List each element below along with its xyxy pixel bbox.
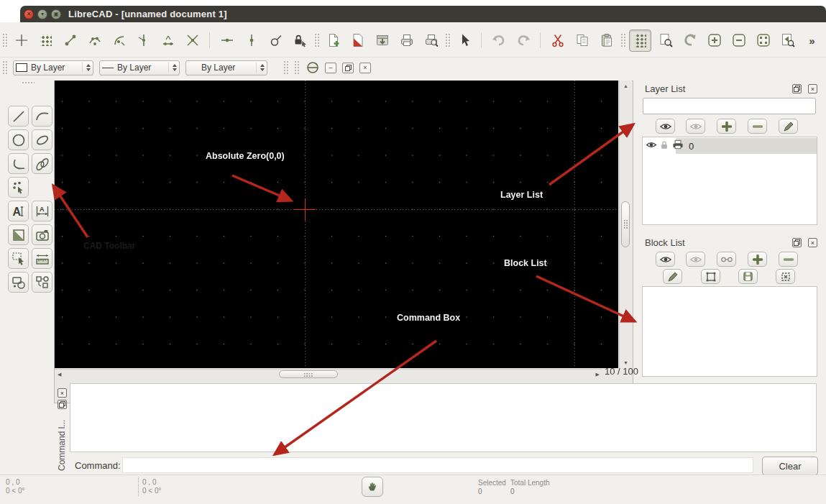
toolbar-drag-handle[interactable] [620, 33, 625, 47]
copy-icon[interactable] [572, 30, 592, 51]
text-tool-button[interactable]: A [8, 201, 29, 221]
vertical-scroll-thumb[interactable] [621, 201, 630, 247]
snap-distance-icon[interactable] [157, 30, 178, 51]
command-dock-close-icon[interactable]: × [58, 388, 67, 398]
redo-icon[interactable] [513, 30, 533, 51]
canvas-vertical-scrollbar[interactable]: ▲ ▼ [619, 81, 632, 368]
hatch-tool-button[interactable] [8, 224, 29, 245]
window-minimize-icon[interactable]: ▾ [37, 9, 47, 19]
remove-block-button[interactable] [779, 252, 798, 267]
add-block-button[interactable] [748, 252, 767, 267]
toolbar-drag-handle[interactable] [283, 60, 288, 75]
paste-icon[interactable] [596, 30, 617, 51]
spline-tool-button[interactable] [32, 153, 52, 174]
spinner-arrows-icon[interactable] [82, 63, 91, 73]
save-block-button[interactable] [738, 269, 758, 284]
snap-endpoint-icon[interactable] [60, 30, 81, 51]
zoom-auto-icon[interactable] [753, 30, 774, 51]
add-layer-button[interactable] [717, 119, 736, 134]
print-preview-icon[interactable] [421, 30, 441, 51]
show-all-blocks-button[interactable] [656, 252, 675, 267]
pen-color-combobox[interactable]: By Layer [13, 60, 93, 75]
grid-toggle-icon[interactable] [629, 29, 651, 52]
order-tool-button[interactable] [8, 272, 29, 293]
restrict-vertical-icon[interactable] [241, 30, 262, 51]
open-document-icon[interactable] [347, 30, 368, 51]
canvas-horizontal-scrollbar[interactable]: ◀ ▶ [55, 369, 602, 380]
hide-all-blocks-button[interactable] [686, 252, 705, 267]
edit-layer-attributes-button[interactable] [779, 119, 798, 134]
show-all-layers-button[interactable] [656, 119, 675, 134]
lock-relative-zero-icon[interactable] [290, 30, 311, 51]
insert-block-button[interactable] [701, 269, 720, 284]
zoom-window-icon[interactable] [655, 30, 676, 51]
layer-panel-float-icon[interactable] [792, 84, 802, 93]
scroll-right-icon[interactable]: ▶ [596, 372, 600, 377]
zoom-previous-icon[interactable] [777, 30, 798, 51]
zoom-out-icon[interactable] [728, 30, 749, 51]
create-block-button[interactable] [717, 252, 736, 267]
snap-grid-icon[interactable] [35, 30, 56, 51]
dimension-tool-button[interactable]: A [32, 201, 52, 221]
command-input[interactable] [122, 457, 753, 473]
horizontal-scroll-thumb[interactable] [279, 370, 338, 378]
layer-filter-input[interactable] [643, 98, 816, 114]
save-document-icon[interactable] [372, 30, 393, 51]
selection-pointer-icon[interactable] [454, 30, 474, 51]
toolbar-drag-handle[interactable] [445, 33, 450, 47]
snap-on-entity-icon[interactable] [84, 30, 105, 51]
toolbar-drag-handle[interactable] [2, 60, 7, 75]
select-tool-button[interactable] [8, 248, 29, 269]
pen-width-combobox[interactable]: By Layer [99, 60, 180, 75]
snap-intersection-icon[interactable] [182, 30, 203, 51]
drawing-canvas[interactable] [55, 81, 618, 368]
hide-all-layers-button[interactable] [686, 119, 705, 134]
scroll-down-icon[interactable]: ▼ [623, 360, 628, 365]
edit-block-attributes-button[interactable] [663, 269, 682, 284]
spinner-arrows-icon[interactable] [256, 63, 265, 73]
layer-panel-close-icon[interactable]: × [808, 84, 817, 93]
cut-icon[interactable] [547, 30, 568, 51]
window-close-icon[interactable]: ✕ [24, 9, 34, 19]
toolbar-drag-handle[interactable] [294, 60, 299, 75]
mdi-restore-icon[interactable] [342, 63, 354, 73]
window-maximize-icon[interactable]: ▣ [51, 9, 61, 19]
scroll-left-icon[interactable]: ◀ [58, 372, 61, 377]
scroll-up-icon[interactable]: ▲ [623, 83, 628, 88]
relative-zero-icon[interactable] [265, 30, 286, 51]
layer-print-icon[interactable] [672, 139, 684, 152]
window-titlebar[interactable]: ✕ ▾ ▣ LibreCAD - [unnamed document 1] [20, 6, 826, 22]
explode-tool-button[interactable] [32, 272, 52, 293]
circle-tool-button[interactable] [8, 129, 29, 150]
layer-visible-icon[interactable] [646, 139, 657, 152]
polyline-tool-button[interactable] [8, 153, 29, 174]
line-tool-button[interactable] [8, 106, 29, 127]
pen-linetype-combobox[interactable]: By Layer [185, 60, 267, 75]
arc-tool-button[interactable] [32, 106, 52, 127]
zoom-in-icon[interactable] [704, 30, 725, 51]
layer-row-0[interactable]: 0 [643, 138, 817, 154]
ellipse-tool-button[interactable] [32, 129, 52, 150]
layer-lock-icon[interactable] [660, 139, 669, 152]
pan-hand-button[interactable] [362, 477, 383, 497]
snap-center-icon[interactable] [109, 30, 129, 51]
block-panel-float-icon[interactable] [792, 238, 802, 247]
undo-icon[interactable] [488, 30, 509, 51]
mdi-close-icon[interactable]: × [359, 63, 371, 73]
spinner-arrows-icon[interactable] [168, 63, 177, 73]
measure-tool-button[interactable] [32, 248, 52, 269]
print-icon[interactable] [396, 30, 417, 51]
clear-button[interactable]: Clear [762, 457, 818, 475]
cad-toolbar-drag-handle[interactable] [22, 81, 35, 85]
toolbar-drag-handle[interactable] [2, 33, 7, 47]
command-history[interactable] [70, 383, 817, 452]
restrict-horizontal-icon[interactable] [216, 30, 237, 51]
points-tool-button[interactable] [8, 177, 29, 198]
snap-middle-icon[interactable] [133, 30, 154, 51]
snap-free-icon[interactable] [11, 30, 32, 51]
toolbar-drag-handle[interactable] [314, 33, 319, 47]
mdi-minimize-icon[interactable]: – [325, 63, 336, 73]
toolbar-overflow-icon[interactable]: » [802, 30, 822, 51]
remove-layer-button[interactable] [748, 119, 767, 134]
new-block-button[interactable] [776, 269, 795, 284]
